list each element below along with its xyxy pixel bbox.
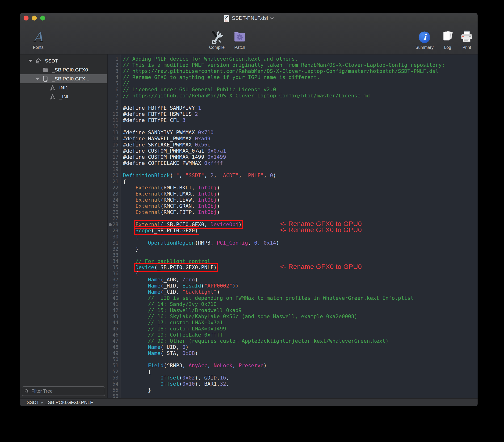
code-text: Field(^RMP3, AnyAcc, NoLock, Preserve) (121, 363, 478, 369)
code-line: 44 // 17: custom LMAX=0x7a1 (108, 319, 478, 326)
tree-item--sb-pci0-gfx-[interactable]: _SB.PCI0.GFX... (20, 74, 107, 83)
code-line: 50 (108, 356, 478, 363)
line-number: 45 (108, 326, 121, 332)
code-text: External(RMCF.LEVW, IntObj) (121, 197, 478, 203)
code-line: 1// Adding PNLF device for WhateverGreen… (108, 56, 478, 62)
line-number: 56 (108, 393, 121, 398)
line-number: 28 (108, 221, 121, 228)
code-line: 31 OperationRegion(RMP3, PCI_Config, 0, … (108, 240, 478, 246)
code-line: 38 Name(_HID, EisaId("APP0002")) (108, 283, 478, 289)
line-number: 22 (108, 185, 121, 191)
line-number: 14 (108, 136, 121, 142)
compile-icon (210, 29, 224, 44)
log-label: Log (444, 45, 451, 50)
log-button[interactable]: Log (439, 29, 456, 50)
code-text (121, 393, 478, 398)
breadcrumb-path[interactable]: _SB.PCI0.GFX0.PNLF (45, 400, 93, 405)
disclosure-triangle-icon[interactable] (28, 60, 33, 62)
code-text: // 18: custom LMAX=0x1499 (121, 326, 478, 332)
breadcrumb-root[interactable]: SSDT (27, 400, 39, 405)
tree-item-ini1[interactable]: INI1 (20, 83, 107, 92)
fonts-label: Fonts (33, 45, 43, 50)
code-text (121, 99, 478, 105)
close-button[interactable] (24, 16, 29, 20)
code-line: 33 (108, 252, 478, 258)
line-number: 25 (108, 203, 121, 209)
code-text: #define CUSTOM_PWMMAX_07a1 0x07a1 (121, 148, 478, 154)
filter-tree-field[interactable] (22, 386, 105, 396)
code-line: 2// This is a modified PNLF version orig… (108, 62, 478, 68)
patch-icon (233, 29, 247, 44)
code-line: 41 // 14: Sandy/Ivy 0x710 (108, 301, 478, 307)
code-text: OperationRegion(RMP3, PCI_Config, 0, 0x1… (121, 240, 478, 246)
fonts-icon: A (34, 30, 43, 44)
line-number: 36 (108, 270, 121, 277)
code-line: 53 Offset(0x02), GDID,16, (108, 375, 478, 381)
filter-tree-input[interactable] (31, 388, 103, 394)
code-line: 55 } (108, 387, 478, 393)
window-title: SSDT-PNLF.dsl (232, 15, 268, 21)
tree-item-label: _SB.PCI0.GFX... (52, 76, 90, 82)
fonts-button[interactable]: A Fonts (26, 29, 50, 50)
code-line: 4// Rename GFX0 to anything else if your… (108, 74, 478, 80)
line-number: 21 (108, 178, 121, 185)
tree-item-label: _SB.PCI0.GFX0 (52, 67, 88, 73)
code-text: // Rename GFX0 to anything else if your … (121, 74, 478, 80)
printer-icon (460, 29, 474, 44)
summary-label: Summary (415, 45, 433, 50)
status-bar: SSDT ▸ _SB.PCI0.GFX0.PNLF (20, 398, 478, 406)
line-number: 15 (108, 142, 121, 148)
code-line: 23 External(RMCF.LMAX, IntObj) (108, 191, 478, 197)
line-number: 53 (108, 375, 121, 381)
zoom-button[interactable] (40, 16, 45, 20)
disclosure-triangle-icon[interactable] (36, 78, 40, 80)
code-line: 37 Name(_ADR, Zero) (108, 277, 478, 283)
tree-item--sb-pci0-gfx0[interactable]: _SB.PCI0.GFX0 (20, 65, 107, 74)
code-text: External(RMCF.GRAN, IntObj) (121, 203, 478, 209)
compile-label: Compile (209, 45, 225, 50)
code-line: 12 (108, 123, 478, 129)
line-number: 35 (108, 265, 121, 270)
line-number: 51 (108, 363, 121, 369)
print-label: Print (462, 45, 471, 50)
code-line: 16#define CUSTOM_PWMMAX_07a1 0x07a1 (108, 148, 478, 154)
code-text (121, 252, 478, 258)
code-text: // _UID is set depending on PWMMax to ma… (121, 295, 478, 301)
code-line: 7// https://github.com/RehabMan/OS-X-Clo… (108, 93, 478, 99)
code-text: } (121, 387, 478, 393)
code-text: } (121, 246, 478, 252)
line-number: 26 (108, 209, 121, 215)
code-line: 22 External(RMCF.BKLT, IntObj) (108, 185, 478, 191)
line-number: 27 (108, 215, 121, 221)
navigator-sidebar: SSDT_SB.PCI0.GFX0_SB.PCI0.GFX...INI1_INI (20, 54, 108, 398)
line-number: 8 (108, 99, 121, 105)
summary-button[interactable]: i Summary (412, 29, 437, 50)
red-annotation-box: External(_SB.PCI0.GFX0, DeviceObj) (135, 221, 242, 227)
tree-item--ini[interactable]: _INI (20, 92, 107, 101)
line-number: 17 (108, 154, 121, 160)
search-icon (24, 389, 29, 394)
code-text: DefinitionBlock("", "SSDT", 2, "ACDT", "… (121, 172, 478, 178)
code-line: 30 { (108, 234, 478, 240)
code-line: 3// https://raw.githubusercontent.com/Re… (108, 68, 478, 74)
minimize-button[interactable] (32, 16, 37, 20)
line-number: 3 (108, 68, 121, 74)
document-icon: DSL (223, 14, 230, 22)
code-line: 5// (108, 80, 478, 87)
compile-button[interactable]: Compile (204, 29, 230, 50)
code-line: 45 // 18: custom LMAX=0x1499 (108, 326, 478, 332)
code-line: 10#define FBTYPE_HSWPLUS 2 (108, 111, 478, 117)
chevron-down-icon[interactable] (270, 17, 274, 20)
line-number: 52 (108, 369, 121, 375)
code-text: { (121, 369, 478, 375)
tree-item-ssdt[interactable]: SSDT (20, 56, 107, 65)
patch-button[interactable]: Patch (230, 29, 249, 50)
code-line: 17#define CUSTOM_PWMMAX_1499 0x1499 (108, 154, 478, 160)
code-line: 14#define HASWELL_PWMMAX 0xad9 (108, 136, 478, 142)
line-number: 16 (108, 148, 121, 154)
line-number: 39 (108, 289, 121, 295)
line-number: 44 (108, 319, 121, 326)
line-number: 9 (108, 105, 121, 111)
print-button[interactable]: Print (458, 29, 475, 50)
code-editor[interactable]: 1// Adding PNLF device for WhateverGreen… (108, 54, 478, 398)
